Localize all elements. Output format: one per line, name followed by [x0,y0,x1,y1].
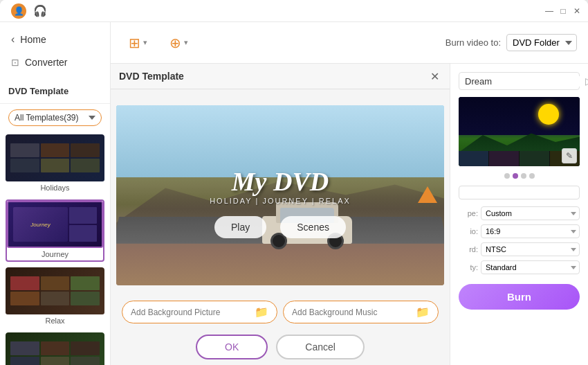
dot-3[interactable] [521,173,526,179]
standard-row: rd: NTSC PAL [459,242,580,256]
journey-main-cell: Journey [13,207,68,242]
main-content: ⊞ ▾ ⊕ ▾ Burn video to: DVD Folder DVD Di… [111,22,588,365]
thumb-cell [41,159,70,172]
type-label: pe: [459,209,478,217]
dialog-title: DVD Template [119,71,184,82]
settings-form: pe: Custom Standard io: 16:9 4:3 [459,206,580,274]
dot-4[interactable] [529,173,535,179]
add-media-button[interactable]: ⊞ ▾ [122,30,154,55]
ratio-row: io: 16:9 4:3 [459,224,580,238]
preview-area: My DVD HOLIDAY | JOURNEY | RELAX Play Sc… [111,89,450,301]
converter-label: Converter [25,57,67,68]
preview-dots [459,173,580,179]
dialog-action-buttons: OK Cancel [111,329,450,365]
burn-to-section: Burn video to: DVD Folder DVD Disc ISO F… [445,34,577,51]
template-item-relax[interactable]: Relax [6,267,104,327]
edit-icon: ✎ [566,151,573,161]
thumb-mini-3 [520,151,549,166]
bg-music-input[interactable] [292,308,416,317]
preview-play-button[interactable]: Play [214,216,266,238]
template-thumb-holiday2 [6,332,104,365]
minimize-button[interactable]: — [544,6,555,17]
add-chapter-button[interactable]: ⊕ ▾ [163,30,195,55]
thumb-cell [10,341,39,355]
app-window: 👤 🎧 — □ ✕ ‹ Home ⊡ Converter DVD Templat… [0,0,588,365]
template-filter-select[interactable]: All Templates(39) Holiday Journey Relax [8,109,102,126]
preview-action-buttons: Play Scenes [214,216,346,238]
ratio-label: io: [459,227,478,235]
thumb-cell [41,357,70,365]
avatar-icon[interactable]: 👤 [11,3,26,19]
thumb-cell [10,159,39,172]
add-media-label: ▾ [143,38,147,47]
burn-to-select[interactable]: DVD Folder DVD Disc ISO File [506,34,577,51]
headset-icon[interactable]: 🎧 [33,4,47,17]
add-media-icon: ⊞ [129,35,140,51]
dialog-close-button[interactable]: ✕ [428,69,441,83]
bg-picture-input[interactable] [131,308,255,317]
close-button[interactable]: ✕ [571,6,582,17]
thumb-mini-1 [459,151,488,166]
relax-cell [41,276,70,290]
nav-section: ‹ Home ⊡ Converter [0,22,110,79]
relax-cell [10,292,39,305]
preview-subtitle: HOLIDAY | JOURNEY | RELAX [210,197,351,205]
journey-side-cell [69,207,97,224]
edit-template-button[interactable]: ✎ [562,148,577,163]
thumb-cell [71,341,100,355]
background-inputs: 📁 📁 [111,301,450,329]
thumb-cell [71,159,100,172]
quality-select[interactable]: Standard High [481,260,580,274]
maximize-button[interactable]: □ [558,6,569,17]
template-item-journey[interactable]: Journey Journey [6,199,104,262]
search-arrow-icon[interactable]: ▷ [585,75,588,87]
search-box: ▷ [459,72,580,90]
holiday2-thumb-grid [10,341,100,365]
template-thumb-relax [6,267,104,314]
folder-icon-music[interactable]: 📁 [416,305,430,319]
quality-label: ty: [459,263,478,271]
dot-2[interactable] [513,173,518,179]
ratio-select[interactable]: 16:9 4:3 [481,224,580,238]
type-row: pe: Custom Standard [459,206,580,220]
journey-thumb-inner: Journey [13,207,98,242]
dialog-section: DVD Template ✕ [111,64,588,365]
dot-1[interactable] [504,173,510,179]
right-panel: ▷ [450,64,588,365]
thumb-cell [71,357,100,365]
standard-select[interactable]: NTSC PAL [481,242,580,256]
folder-icon-picture[interactable]: 📁 [255,305,268,319]
template-item-holiday2[interactable]: Happy Holidays [6,332,104,365]
title-bar: 👤 🎧 — □ ✕ [0,0,588,22]
relax-cell [71,276,100,290]
template-item-holidays[interactable]: Holidays [6,134,104,194]
journey-side-cell [69,225,97,242]
add-chapter-icon: ⊕ [169,35,181,51]
ok-button[interactable]: OK [196,335,268,359]
template-list: Holidays Journey Journey [0,132,110,365]
sidebar-item-converter[interactable]: ⊡ Converter [0,51,110,73]
add-chapter-label: ▾ [184,38,188,47]
relax-cell [10,276,39,290]
template-label-relax: Relax [6,314,104,327]
thumb-cell [10,143,39,157]
type-select[interactable]: Custom Standard [481,206,580,220]
template-label-holidays: Holidays [6,181,104,194]
journey-side-cells [69,207,97,242]
relax-cell [71,292,100,305]
quality-row: ty: Standard High [459,260,580,274]
search-input[interactable] [465,76,581,87]
holidays-thumb-grid [10,143,100,172]
sidebar-item-home[interactable]: ‹ Home [0,28,110,51]
template-name-input[interactable] [459,186,580,199]
preview-scenes-button[interactable]: Scenes [280,216,346,238]
bg-music-input-wrap: 📁 [283,301,439,323]
thumb-cell [71,143,100,157]
thumb-mini-2 [489,151,519,166]
burn-button[interactable]: Burn [459,284,580,310]
preview-title-section: My DVD HOLIDAY | JOURNEY | RELAX [210,166,351,205]
dialog-title-bar: DVD Template ✕ [111,64,450,89]
cancel-button[interactable]: Cancel [276,335,365,359]
app-body: ‹ Home ⊡ Converter DVD Template All Temp… [0,22,588,365]
thumb-cell [10,357,39,365]
